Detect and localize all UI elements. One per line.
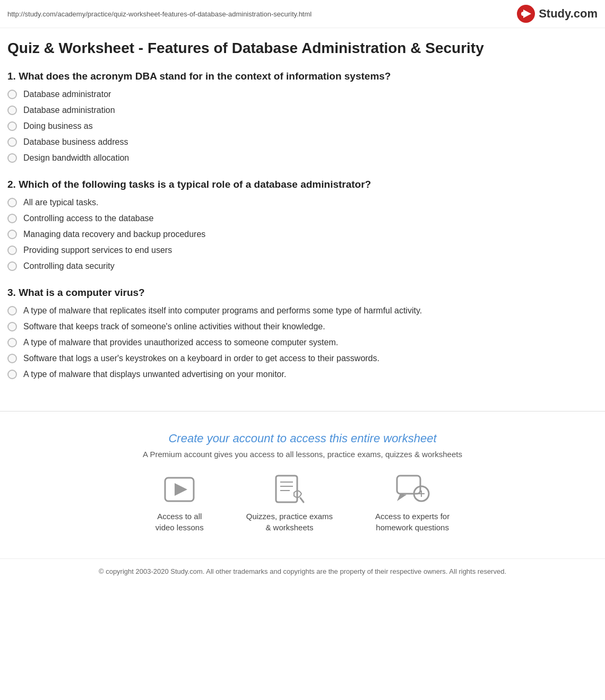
studycom-logo-icon [516,4,535,23]
footer: © copyright 2003-2020 Study.com. All oth… [0,558,605,584]
feature-quiz: Quizzes, practice exams& worksheets [246,474,333,533]
option-label: Database business address [23,137,128,147]
option-label: Controlling data security [23,261,115,271]
radio-q1-a[interactable] [7,90,17,99]
option-label: Managing data recovery and backup proced… [23,230,205,239]
option-row[interactable]: Providing support services to end users [7,246,598,255]
feature-experts-label: Access to experts forhomework questions [375,511,450,533]
option-row[interactable]: A type of malware that displays unwanted… [7,370,598,379]
option-row[interactable]: Database business address [7,137,598,147]
radio-q1-e[interactable] [7,153,17,163]
radio-q3-c[interactable] [7,338,17,347]
question-2: 2. Which of the following tasks is a typ… [7,179,598,271]
option-row[interactable]: Controlling access to the database [7,214,598,223]
option-label: A type of malware that replicates itself… [23,306,422,316]
option-row[interactable]: Database administrator [7,90,598,99]
page-title: Quiz & Worksheet - Features of Database … [7,39,598,58]
feature-video-label: Access to allvideo lessons [155,511,204,533]
option-label: Doing business as [23,121,93,131]
option-label: All are typical tasks. [23,198,98,207]
feature-experts: Access to experts forhomework questions [375,474,450,533]
option-label: A type of malware that provides unauthor… [23,338,338,347]
option-row[interactable]: A type of malware that replicates itself… [7,306,598,316]
radio-q2-e[interactable] [7,261,17,271]
radio-q3-b[interactable] [7,322,17,331]
option-label: Design bandwidth allocation [23,153,129,163]
radio-q3-a[interactable] [7,306,17,316]
option-row[interactable]: All are typical tasks. [7,198,598,207]
svg-marker-11 [397,494,407,501]
feature-video: Access to allvideo lessons [155,474,204,533]
radio-q2-b[interactable] [7,214,17,223]
option-label: Providing support services to end users [23,246,172,255]
option-label: A type of malware that displays unwanted… [23,370,286,379]
radio-q1-d[interactable] [7,137,17,147]
option-row[interactable]: Design bandwidth allocation [7,153,598,163]
option-row[interactable]: Software that keeps track of someone's o… [7,322,598,331]
option-row[interactable]: Controlling data security [7,261,598,271]
option-label: Database administration [23,106,115,115]
svg-rect-10 [397,476,420,494]
option-row[interactable]: A type of malware that provides unauthor… [7,338,598,347]
feature-quiz-label: Quizzes, practice exams& worksheets [246,511,333,533]
main-content: Quiz & Worksheet - Features of Database … [0,28,605,400]
logo-area: Study.com [516,4,598,23]
radio-q3-e[interactable] [7,370,17,379]
url-bar: http://study.com/academy/practice/quiz-w… [7,10,312,18]
quiz-icon [271,474,308,505]
cta-section: Create your account to access this entir… [0,417,605,558]
radio-q3-d[interactable] [7,354,17,363]
option-row[interactable]: Doing business as [7,121,598,131]
option-label: Software that keeps track of someone's o… [23,322,325,331]
cta-title: Create your account to access this entir… [0,432,605,445]
section-divider [0,411,605,412]
radio-q1-b[interactable] [7,106,17,115]
cta-subtitle: A Premium account gives you access to al… [0,450,605,459]
option-label: Database administrator [23,90,111,99]
question-1: 1. What does the acronym DBA stand for i… [7,71,598,163]
radio-q2-d[interactable] [7,246,17,255]
svg-marker-4 [175,483,187,496]
question-1-text: 1. What does the acronym DBA stand for i… [7,71,598,82]
video-icon [161,474,198,505]
option-row[interactable]: Software that logs a user's keystrokes o… [7,354,598,363]
logo-text: Study.com [539,7,598,21]
svg-point-2 [521,12,525,16]
footer-text: © copyright 2003-2020 Study.com. All oth… [99,567,506,575]
radio-q1-c[interactable] [7,121,17,131]
features-row: Access to allvideo lessons Quizzes, prac… [0,474,605,533]
question-2-text: 2. Which of the following tasks is a typ… [7,179,598,190]
option-label: Software that logs a user's keystrokes o… [23,354,379,363]
question-3-text: 3. What is a computer virus? [7,287,598,299]
radio-q2-a[interactable] [7,198,17,207]
svg-rect-5 [276,476,297,502]
option-label: Controlling access to the database [23,214,153,223]
radio-q2-c[interactable] [7,230,17,239]
chat-icon [394,474,431,505]
option-row[interactable]: Managing data recovery and backup proced… [7,230,598,239]
question-3: 3. What is a computer virus? A type of m… [7,287,598,379]
option-row[interactable]: Database administration [7,106,598,115]
svg-line-9 [300,498,304,502]
top-bar: http://study.com/academy/practice/quiz-w… [0,0,605,28]
